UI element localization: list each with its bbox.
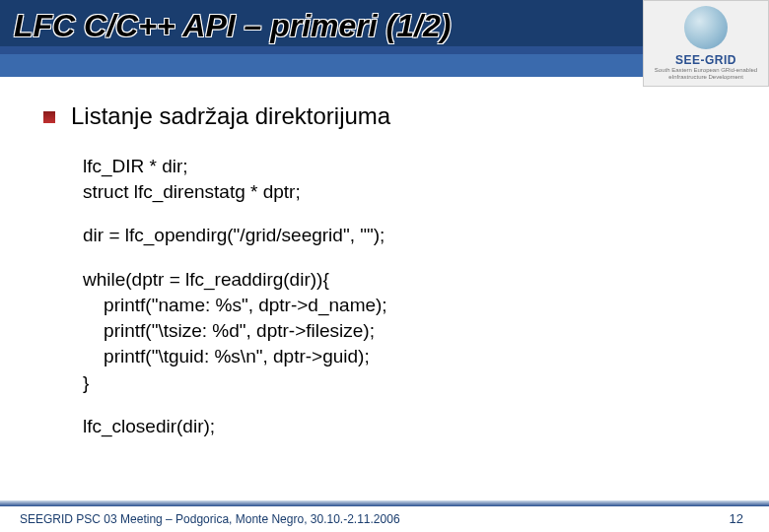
code-block: lfc_DIR * dir; struct lfc_direnstatg * d… [83,154,735,439]
bullet-text: Listanje sadržaja direktorijuma [71,102,390,130]
code-para-1: lfc_DIR * dir; struct lfc_direnstatg * d… [83,154,735,205]
bullet-icon [43,111,55,123]
footer: SEEGRID PSC 03 Meeting – Podgorica, Mont… [0,502,769,532]
code-para-2: dir = lfc_opendirg("/grid/seegrid", ""); [83,223,735,248]
code-line: printf("\tguid: %s\n", dptr->guid); [83,344,735,369]
code-line: lfc_closedir(dir); [83,414,735,439]
slide-content: Listanje sadržaja direktorijuma lfc_DIR … [0,77,769,439]
code-line: struct lfc_direnstatg * dptr; [83,179,735,205]
title-bar: LFC C/C++ API – primeri (1/2) SEE-GRID S… [0,0,769,77]
code-line: printf("name: %s", dptr->d_name); [83,293,735,318]
code-line: while(dptr = lfc_readdirg(dir)){ [83,267,735,293]
footer-divider [0,500,769,506]
code-para-4: lfc_closedir(dir); [83,414,735,439]
page-number: 12 [730,511,743,526]
bullet-item: Listanje sadržaja direktorijuma [43,102,735,130]
code-line: printf("\tsize: %d", dptr->filesize); [83,318,735,344]
globe-icon [684,6,728,49]
footer-text: SEEGRID PSC 03 Meeting – Podgorica, Mont… [20,512,400,526]
seegrid-logo: SEE-GRID South Eastern European GRid-ena… [643,0,769,87]
code-line: lfc_DIR * dir; [83,154,735,179]
code-line: dir = lfc_opendirg("/grid/seegrid", ""); [83,223,735,248]
code-para-3: while(dptr = lfc_readdirg(dir)){ printf(… [83,267,735,396]
slide-title: LFC C/C++ API – primeri (1/2) [14,8,451,44]
logo-subtitle: South Eastern European GRid-enabled eInf… [644,67,768,80]
code-line: } [83,370,735,396]
logo-label: SEE-GRID [675,53,736,67]
